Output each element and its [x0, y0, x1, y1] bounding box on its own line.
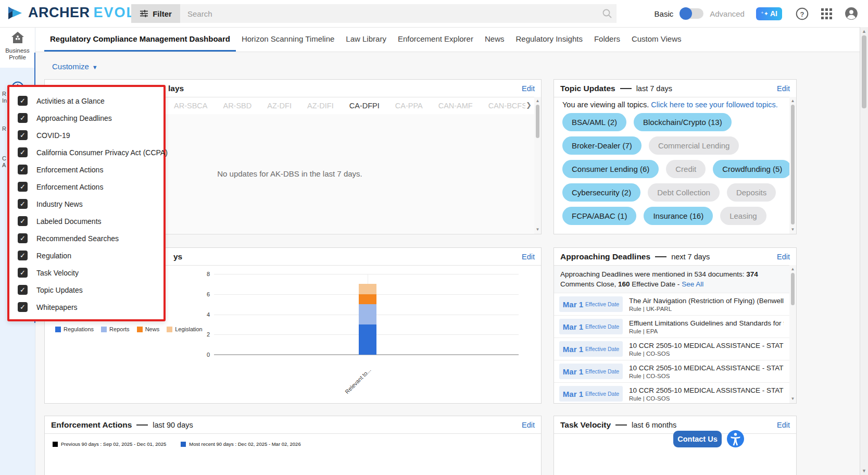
- topic-chip-broker-dealer-7[interactable]: Broker-Dealer (7): [562, 136, 641, 155]
- topic-chip-consumer-lending-6[interactable]: Consumer Lending (6): [562, 160, 659, 178]
- chevron-down-icon: ▼: [92, 64, 98, 70]
- tab-folders[interactable]: Folders: [588, 27, 626, 52]
- deadline-title[interactable]: Effluent Limitations Guidelines and Stan…: [629, 319, 784, 327]
- see-all-link[interactable]: See All: [682, 280, 703, 288]
- scroll-thumb[interactable]: [536, 105, 539, 138]
- deadline-row[interactable]: Mar 1Effective Date10 CCR 2505-10 MEDICA…: [554, 338, 796, 360]
- enforcement-legend: Previous 90 days : Sep 02, 2025 - Dec 01…: [53, 441, 301, 447]
- deadline-row[interactable]: Mar 1Effective DateThe Air Navigation (R…: [554, 293, 796, 315]
- scroll-down-icon[interactable]: ▼: [860, 467, 868, 474]
- chart-panel-edit-link[interactable]: Edit: [522, 253, 535, 261]
- effective-date-count: 160: [618, 280, 630, 288]
- topic-chip-fcpa-abac-1[interactable]: FCPA/ABAC (1): [562, 207, 636, 225]
- topic-chip-crowdfunding-5[interactable]: Crowdfunding (5): [713, 160, 791, 178]
- topic-chip-debt-collection[interactable]: Debt Collection: [648, 183, 720, 202]
- ai-button[interactable]: ⁺✦ AI: [756, 7, 782, 20]
- contact-us-button[interactable]: Contact Us: [673, 431, 722, 447]
- accessibility-icon[interactable]: [727, 430, 744, 447]
- regulator-tab-ar-sbca[interactable]: AR-SBCA: [174, 102, 207, 110]
- deadline-row[interactable]: Mar 1Effective Date10 CCR 2505-10 MEDICA…: [554, 360, 796, 382]
- sidebar-item-partial-1[interactable]: RIn: [2, 91, 7, 104]
- sidebar-item-partial-2[interactable]: R: [2, 126, 6, 132]
- tab-regulatory-compliance-management-dashboard[interactable]: Regulatory Compliance Management Dashboa…: [44, 27, 236, 52]
- scroll-up-icon[interactable]: ▲: [860, 28, 868, 35]
- regulator-tab-az-difi[interactable]: AZ-DIFI: [307, 102, 334, 110]
- apps-grid-icon[interactable]: [821, 8, 832, 19]
- topic-chip-leasing[interactable]: Leasing: [720, 207, 766, 225]
- enforcement-actions-header: Enforcement Actions last 90 days Edit: [45, 416, 541, 434]
- topic-updates-scrollbar[interactable]: ▲ ▼: [789, 97, 796, 234]
- regulator-tabs-next-icon[interactable]: ❯: [526, 101, 532, 109]
- tab-enforcement-explorer[interactable]: Enforcement Explorer: [392, 27, 479, 52]
- account-avatar-icon[interactable]: [845, 7, 858, 20]
- search-input[interactable]: [180, 4, 617, 23]
- checkbox-checked-icon[interactable]: ✓: [18, 268, 28, 278]
- enforcement-actions-edit-link[interactable]: Edit: [522, 421, 535, 429]
- topic-chip-insurance-16[interactable]: Insurance (16): [644, 207, 713, 225]
- scroll-up-icon[interactable]: ▲: [789, 266, 796, 272]
- scroll-thumb[interactable]: [791, 273, 795, 305]
- customize-button[interactable]: Customize▼: [52, 62, 98, 71]
- deadline-row[interactable]: Mar 1Effective Date10 CCR 2505-10 MEDICA…: [554, 382, 796, 404]
- filter-button[interactable]: Filter: [131, 4, 180, 23]
- scroll-down-icon[interactable]: ▼: [534, 227, 541, 233]
- regulator-tab-ar-sbd[interactable]: AR-SBD: [223, 102, 251, 110]
- topic-chip-bsa-aml-2[interactable]: BSA/AML (2): [562, 113, 626, 131]
- tab-custom-views[interactable]: Custom Views: [626, 27, 687, 52]
- checkbox-checked-icon[interactable]: ✓: [18, 182, 28, 192]
- updates-scrollbar[interactable]: ▲ ▼: [534, 97, 541, 234]
- scroll-thumb[interactable]: [862, 35, 866, 108]
- tab-horizon-scanning-timeline[interactable]: Horizon Scanning Timeline: [236, 27, 340, 52]
- topic-chip-blockchain-crypto-13[interactable]: Blockchain/Crypto (13): [634, 113, 732, 131]
- basic-advanced-toggle[interactable]: [680, 8, 703, 19]
- topic-chip-cybersecurity-2[interactable]: Cybersecurity (2): [562, 183, 640, 202]
- followed-topics-link[interactable]: Click here to see your followed topics.: [651, 101, 777, 109]
- sidebar-partial-label: C: [2, 155, 6, 162]
- checkbox-checked-icon[interactable]: ✓: [18, 233, 28, 243]
- help-icon[interactable]: ?: [796, 7, 809, 20]
- checkbox-checked-icon[interactable]: ✓: [18, 165, 28, 174]
- regulator-tab-can-bcfsa[interactable]: CAN-BCFSA: [488, 102, 525, 110]
- legend-item-legislation: Legislation: [167, 326, 203, 332]
- scroll-up-icon[interactable]: ▲: [534, 98, 541, 104]
- regulator-tab-az-dfi[interactable]: AZ-DFI: [267, 102, 292, 110]
- tab-news[interactable]: News: [479, 27, 510, 52]
- page-scrollbar[interactable]: ▲ ▼: [860, 27, 868, 475]
- widget-toggle-label: Recommended Searches: [36, 234, 119, 243]
- regulator-tab-can-amf[interactable]: CAN-AMF: [438, 102, 473, 110]
- scroll-thumb[interactable]: [791, 105, 795, 224]
- checkbox-checked-icon[interactable]: ✓: [18, 285, 28, 295]
- scroll-up-icon[interactable]: ▲: [789, 98, 796, 104]
- topic-updates-edit-link[interactable]: Edit: [777, 84, 790, 93]
- search-icon[interactable]: [602, 8, 612, 19]
- checkbox-checked-icon[interactable]: ✓: [18, 251, 28, 260]
- topic-chip-commercial-lending[interactable]: Commercial Lending: [649, 136, 739, 155]
- updates-edit-link[interactable]: Edit: [522, 84, 535, 93]
- approaching-deadlines-edit-link[interactable]: Edit: [777, 253, 790, 261]
- deadline-row[interactable]: Mar 1Effective DateEffluent Limitations …: [554, 315, 796, 338]
- deadline-title[interactable]: 10 CCR 2505-10 MEDICAL ASSISTANCE - STAT…: [629, 364, 784, 372]
- deadline-title[interactable]: The Air Navigation (Restriction of Flyin…: [629, 297, 784, 305]
- scroll-down-icon[interactable]: ▼: [789, 227, 796, 233]
- checkbox-checked-icon[interactable]: ✓: [18, 216, 28, 226]
- checkbox-checked-icon[interactable]: ✓: [18, 113, 28, 123]
- scroll-down-icon[interactable]: ▼: [789, 396, 796, 402]
- tab-regulatory-insights[interactable]: Regulatory Insights: [510, 27, 588, 52]
- deadline-title[interactable]: 10 CCR 2505-10 MEDICAL ASSISTANCE - STAT…: [629, 386, 784, 394]
- checkbox-checked-icon[interactable]: ✓: [18, 130, 28, 140]
- tab-law-library[interactable]: Law Library: [340, 27, 392, 52]
- checkbox-checked-icon[interactable]: ✓: [18, 199, 28, 209]
- sidebar-item-partial-3[interactable]: CA: [2, 155, 6, 169]
- regulator-tab-ca-dfpi[interactable]: CA-DFPI: [349, 102, 380, 110]
- sidebar-item-business-profile[interactable]: Business Profile: [0, 27, 35, 68]
- archer-evolv-logo[interactable]: ARCHER EVOLV: [7, 5, 145, 21]
- deadlines-scrollbar[interactable]: ▲ ▼: [789, 265, 796, 403]
- deadline-title[interactable]: 10 CCR 2505-10 MEDICAL ASSISTANCE - STAT…: [629, 342, 784, 349]
- task-velocity-edit-link[interactable]: Edit: [777, 421, 790, 429]
- topic-chip-deposits[interactable]: Deposits: [727, 183, 776, 202]
- checkbox-checked-icon[interactable]: ✓: [18, 302, 28, 312]
- checkbox-checked-icon[interactable]: ✓: [18, 96, 28, 106]
- checkbox-checked-icon[interactable]: ✓: [18, 147, 28, 157]
- regulator-tab-ca-ppa[interactable]: CA-PPA: [395, 102, 423, 110]
- topic-chip-credit[interactable]: Credit: [666, 160, 706, 178]
